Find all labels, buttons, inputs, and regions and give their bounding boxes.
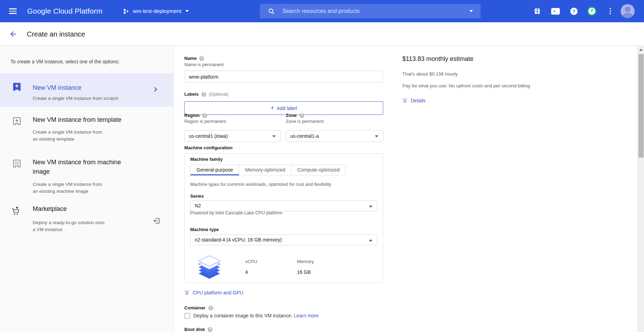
back-arrow-icon[interactable] [9,30,17,38]
content-area: To create a VM instance, select one of t… [0,46,644,332]
monthly-estimate-title: $113.83 monthly estimate [402,55,474,63]
option-title: Marketplace [33,204,137,214]
learn-more-link[interactable]: Learn more [294,313,319,318]
expand-double-chevron-icon [184,290,190,295]
sidebar-item-new-vm-instance[interactable]: New VM instance Create a single VM insta… [0,73,174,107]
labels-label: Labels? (Optional) [184,92,228,97]
option-title: New VM instance from machine image [33,158,137,176]
sidebar-intro-text: To create a VM instance, select one of t… [10,59,163,64]
machine-layers-icon [198,254,221,280]
option-description: Deploy a ready-to-go solution onto a VM … [33,219,140,233]
name-label: Name? [184,56,204,61]
machine-configuration-box: Machine family General-purpose Memory-op… [184,153,383,283]
sidebar-item-marketplace[interactable]: Marketplace Deploy a ready-to-go solutio… [0,203,174,242]
memory-value: 16 GB [297,269,311,275]
open-marketplace-icon [153,217,161,225]
plus-icon: + [271,104,274,112]
option-title: New VM instance from template [33,115,137,125]
machine-family-label: Machine family [190,157,223,162]
billing-note: Pay for what you use: No upfront costs a… [402,83,530,88]
region-note: Region is permanent [184,119,226,124]
zone-select[interactable]: us-central1-a [286,130,383,142]
search-bar[interactable]: Search resources and products [260,4,481,18]
deploy-container-checkbox[interactable] [184,313,190,319]
tab-compute-optimized[interactable]: Compute-optimized [291,165,346,175]
option-description: Create a single VM instance from an exis… [33,129,140,143]
menu-icon[interactable] [9,8,17,14]
memory-label: Memory [297,259,314,264]
name-help-icon[interactable]: ? [199,56,204,61]
chevron-down-icon [185,10,189,12]
brand-logo[interactable]: Google Cloud Platform [27,0,103,22]
machine-configuration-heading: Machine configuration [184,145,233,150]
machine-image-icon [13,159,21,168]
zone-help-icon[interactable]: ? [299,113,304,118]
labels-help-icon[interactable]: ? [201,92,206,97]
search-placeholder: Search resources and products [282,8,469,14]
project-name: wm-test-deployment [133,8,182,14]
estimate-details-expander[interactable]: Details [402,98,426,103]
gcp-console: Google Cloud Platform wm-test-deployment… [0,0,644,332]
option-description: Create a single VM instance from an exis… [33,181,140,195]
container-text: Deploy a container image to this VM inst… [193,313,319,318]
notification-count-badge: 7 [587,7,596,16]
tab-memory-optimized[interactable]: Memory-optimized [239,165,291,175]
chevron-right-icon [152,86,159,93]
sidebar-item-new-vm-from-template[interactable]: New VM instance from template Create a s… [0,114,174,152]
search-dropdown-icon[interactable] [469,10,473,12]
page-title: Create an instance [27,22,85,46]
name-note: Name is permanent [184,62,224,67]
vcpu-value: 4 [245,269,248,275]
cloud-shell-icon[interactable]: >_ [551,0,560,22]
topbar: Google Cloud Platform wm-test-deployment… [0,0,644,22]
more-options-icon[interactable] [607,0,613,22]
tab-general-purpose[interactable]: General-purpose [190,165,239,175]
vcpu-label: vCPU [245,259,257,264]
scroll-up-arrow[interactable] [639,49,643,51]
expand-double-chevron-icon [402,98,408,103]
hourly-estimate: That's about $0.156 hourly [402,71,458,77]
zone-label: Zone? [286,113,304,118]
name-input[interactable] [184,71,383,83]
search-icon [268,8,275,15]
machine-type-select[interactable]: n2-standard-4 (4 vCPU, 16 GB memory) [190,235,377,245]
machine-family-description: Machine types for common workloads, opti… [190,182,331,187]
cpu-platform-gpu-expander[interactable]: CPU platform and GPU [184,290,243,295]
series-select[interactable]: N2 [190,200,377,211]
series-label: Series [190,193,204,199]
project-icon [123,8,129,14]
region-help-icon[interactable]: ? [202,113,207,118]
boot-disk-label: Boot disk? [184,327,212,332]
creation-options-sidebar: To create a VM instance, select one of t… [0,46,174,332]
option-title: New VM instance [33,83,137,93]
notifications-icon[interactable]: 7 [587,0,596,22]
option-description: Create a single VM instance from scratch [33,95,140,102]
machine-type-label: Machine type [190,227,219,232]
project-selector[interactable]: wm-test-deployment [123,0,189,22]
series-note: Powered by Intel Cascade Lake CPU platfo… [190,210,282,215]
container-label: Container? [184,305,213,310]
vm-instance-icon [13,82,21,92]
boot-disk-help-icon[interactable]: ? [208,327,212,332]
scrollbar-thumb[interactable] [638,54,644,158]
region-label: Region? [184,113,207,118]
gift-icon[interactable] [533,0,541,22]
marketplace-cart-icon [10,206,22,217]
add-label-button[interactable]: + Add label [184,101,383,115]
machine-family-tabs: General-purpose Memory-optimized Compute… [190,165,346,175]
page-header: Create an instance [0,22,644,46]
zone-note: Zone is permanent [286,119,323,124]
region-select[interactable]: us-central1 (Iowa) [184,130,281,142]
avatar[interactable] [621,0,635,22]
sidebar-item-new-vm-from-machine-image[interactable]: New VM instance from machine image Creat… [0,156,174,197]
container-help-icon[interactable]: ? [208,306,213,310]
vm-template-icon [13,117,21,126]
help-icon[interactable]: ? [570,0,578,22]
vertical-scrollbar[interactable] [637,46,644,332]
